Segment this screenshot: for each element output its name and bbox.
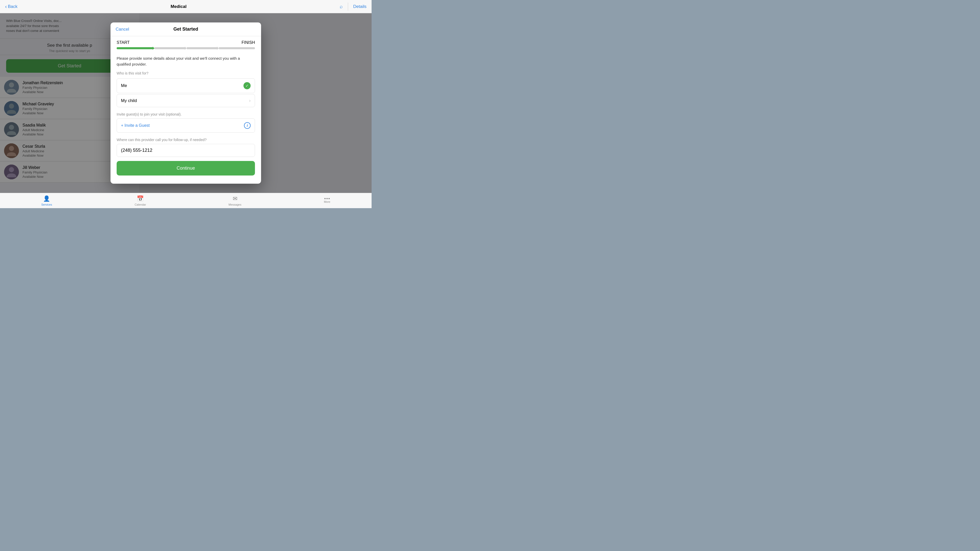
modal-body: START FINISH — [110, 36, 261, 184]
nav-bar: ‹ Back Medical ⌕ Details — [0, 0, 372, 13]
invite-label: Invite guest(s) to join your visit (opti… — [110, 108, 261, 118]
back-button[interactable]: ‹ Back — [5, 3, 18, 10]
phone-label: Where can this provider call you for fol… — [110, 134, 261, 143]
tab-messages[interactable]: ✉ Messages — [229, 195, 242, 206]
more-dots-icon — [325, 198, 330, 199]
cancel-button[interactable]: Cancel — [116, 27, 129, 32]
info-icon[interactable]: i — [244, 122, 251, 129]
option-me[interactable]: Me ✓ — [117, 78, 255, 93]
tab-calendar[interactable]: 📅 Calendar — [135, 195, 146, 206]
option-me-label: Me — [121, 83, 127, 88]
modal-title: Get Started — [173, 27, 198, 32]
option-my-child[interactable]: My child › — [117, 94, 255, 107]
nav-right: ⌕ Details — [340, 3, 366, 11]
search-icon[interactable]: ⌕ — [340, 3, 343, 10]
tab-bar: 👤 Services 📅 Calendar ✉ Messages More — [0, 193, 372, 208]
option-my-child-label: My child — [121, 98, 137, 103]
tab-more[interactable]: More — [324, 198, 330, 203]
phone-input-row[interactable]: (248) 555-1212 — [117, 144, 255, 157]
tab-services-label: Services — [41, 203, 52, 206]
progress-arrow-2 — [185, 47, 187, 50]
tab-more-label: More — [324, 200, 330, 203]
progress-segment-active — [117, 47, 153, 49]
intro-text: Please provide some details about your v… — [110, 52, 261, 69]
main-content: With Blue Cross® Online Visits, doc...av… — [0, 13, 372, 193]
progress-finish-label: FINISH — [242, 40, 255, 45]
progress-labels: START FINISH — [117, 40, 255, 45]
main-screen: ‹ Back Medical ⌕ Details With Blue Cross… — [0, 0, 372, 208]
details-link[interactable]: Details — [353, 4, 366, 9]
invite-guest-row[interactable]: + Invite a Guest i — [117, 118, 255, 133]
option-me-check-icon: ✓ — [243, 82, 251, 89]
progress-bar — [117, 47, 255, 49]
invite-text: + Invite a Guest — [121, 123, 150, 128]
option-chevron-icon: › — [249, 98, 251, 103]
nav-title: Medical — [171, 4, 186, 9]
back-label: Back — [8, 4, 18, 9]
modal-header: Cancel Get Started — [110, 22, 261, 36]
visit-question: Who is this visit for? — [110, 69, 261, 77]
continue-button[interactable]: Continue — [117, 161, 255, 176]
progress-segment-3 — [187, 47, 217, 49]
progress-arrow-1 — [153, 47, 155, 50]
person-icon: 👤 — [43, 195, 50, 202]
nav-vertical-divider — [348, 3, 348, 11]
progress-arrow-3 — [217, 47, 219, 50]
tab-services[interactable]: 👤 Services — [41, 195, 52, 206]
progress-segment-2 — [155, 47, 185, 49]
tab-calendar-label: Calendar — [135, 203, 146, 206]
back-chevron-icon: ‹ — [5, 3, 7, 10]
modal-overlay: Cancel Get Started START FINISH — [0, 13, 372, 193]
progress-container: START FINISH — [110, 36, 261, 52]
tab-messages-label: Messages — [229, 203, 242, 206]
progress-segment-4 — [219, 47, 255, 49]
modal-dialog: Cancel Get Started START FINISH — [110, 22, 261, 184]
calendar-icon: 📅 — [137, 195, 144, 202]
progress-start-label: START — [117, 40, 130, 45]
envelope-icon: ✉ — [233, 195, 237, 202]
phone-value: (248) 555-1212 — [121, 148, 152, 153]
